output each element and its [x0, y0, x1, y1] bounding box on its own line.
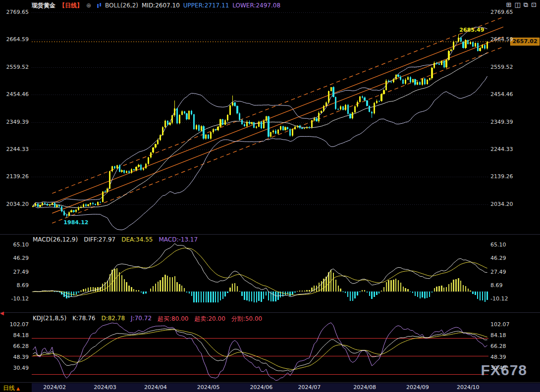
date-axis-label: 2024/02 — [39, 384, 70, 391]
kdj-oversold-label: 超卖:20.00 — [194, 315, 225, 323]
main-axis-label: 2034.20 — [490, 201, 526, 207]
panel-divider — [0, 234, 540, 235]
trading-chart-window: 现货黄金【日线】 ⊕ BOLL(26,2) MID:2607.10 UPPER:… — [0, 0, 540, 392]
macd-diff-value: DIFF:27.97 — [84, 236, 115, 243]
period-tab-label: 日线 — [3, 385, 15, 392]
main-axis-label: 2244.33 — [0, 147, 29, 152]
kdj-panel-canvas[interactable] — [32, 323, 488, 381]
date-axis-label: 2024/04 — [140, 384, 171, 391]
macd-axis-label: 8.69 — [490, 283, 526, 289]
main-chart-canvas[interactable] — [32, 12, 488, 233]
panel-divider — [0, 312, 540, 313]
kdj-overbought-label: 超买:80.00 — [158, 315, 188, 323]
date-axis-label: 2024/08 — [349, 384, 380, 391]
kdj-header: KDJ(21,8,5) K:78.76 D:82.78 J:70.72 超买:8… — [33, 315, 262, 323]
date-axis-label: 2024/07 — [293, 384, 325, 391]
macd-axis-label: 46.29 — [490, 255, 526, 261]
macd-panel-canvas[interactable] — [32, 244, 488, 303]
kdj-axis-label: 48.39 — [0, 354, 29, 360]
date-axis-label: 2024/06 — [245, 384, 277, 391]
main-axis-label: 2664.59 — [0, 37, 29, 43]
kdj-axis-label: 48.39 — [490, 354, 526, 360]
main-axis-label: 2559.52 — [490, 64, 526, 70]
main-axis-label: 2559.52 — [0, 64, 29, 70]
kdj-axis-label: 84.18 — [0, 333, 29, 339]
macd-header: MACD(26,12,9) DIFF:27.97 DEA:34.55 MACD:… — [33, 236, 198, 243]
macd-axis-label: 65.10 — [490, 242, 526, 248]
kdj-j-value: J:70.72 — [131, 315, 152, 323]
macd-axis-label: 27.49 — [0, 269, 29, 275]
main-axis-label: 2139.26 — [490, 174, 526, 180]
macd-axis-label: 8.69 — [0, 283, 29, 289]
main-axis-label: 2349.39 — [0, 119, 29, 125]
date-axis-label: 2024/10 — [452, 384, 484, 391]
low-price-label: 1984.12 — [63, 219, 88, 226]
kdj-k-value: K:78.76 — [72, 315, 95, 323]
kdj-axis-label: 102.07 — [490, 322, 526, 328]
macd-axis-label: 65.10 — [0, 242, 29, 248]
date-axis-label: 2024/05 — [193, 384, 224, 391]
kdj-axis-label: 66.28 — [0, 343, 29, 349]
period-tab-daily[interactable]: 日线▲ — [3, 384, 20, 392]
main-axis-label: 2769.65 — [0, 9, 29, 15]
macd-axis-label: 27.49 — [490, 269, 526, 275]
main-axis-label: 2454.46 — [0, 92, 29, 98]
tab-up-arrow-icon: ▲ — [16, 386, 20, 391]
main-axis-label: 2349.39 — [490, 119, 526, 125]
left-red-marker-icon: ◀ — [0, 311, 4, 316]
main-axis-label: 2769.65 — [490, 9, 526, 15]
macd-dea-value: DEA:34.55 — [121, 236, 153, 243]
kdj-indicator-label: KDJ(21,8,5) — [33, 315, 66, 323]
kdj-divider-label: 分割:50.00 — [231, 315, 262, 323]
main-axis-label: 2139.26 — [0, 174, 29, 180]
macd-axis-label: -10.12 — [490, 296, 526, 302]
main-axis-label: 2034.20 — [0, 201, 29, 207]
kdj-axis-label: 30.49 — [490, 365, 526, 371]
macd-axis-label: 46.29 — [0, 255, 29, 261]
kdj-d-value: D:82.78 — [101, 315, 125, 323]
high-price-label: 2685.49 — [459, 27, 484, 33]
kdj-axis-label: 30.49 — [0, 365, 29, 371]
main-axis-label: 2454.46 — [490, 92, 526, 98]
macd-hist-value: MACD:-13.17 — [159, 236, 198, 243]
date-axis-label: 2024/09 — [402, 384, 433, 391]
macd-axis-label: -10.12 — [0, 296, 29, 302]
kdj-axis-label: 102.07 — [0, 322, 29, 328]
main-axis-label: 2664.59 — [490, 37, 526, 43]
date-axis-label: 2024/03 — [89, 384, 121, 391]
main-axis-label: 2244.33 — [490, 147, 526, 152]
macd-indicator-label: MACD(26,12,9) — [33, 236, 78, 243]
kdj-axis-label: 66.28 — [490, 343, 526, 349]
kdj-axis-label: 84.18 — [490, 333, 526, 339]
